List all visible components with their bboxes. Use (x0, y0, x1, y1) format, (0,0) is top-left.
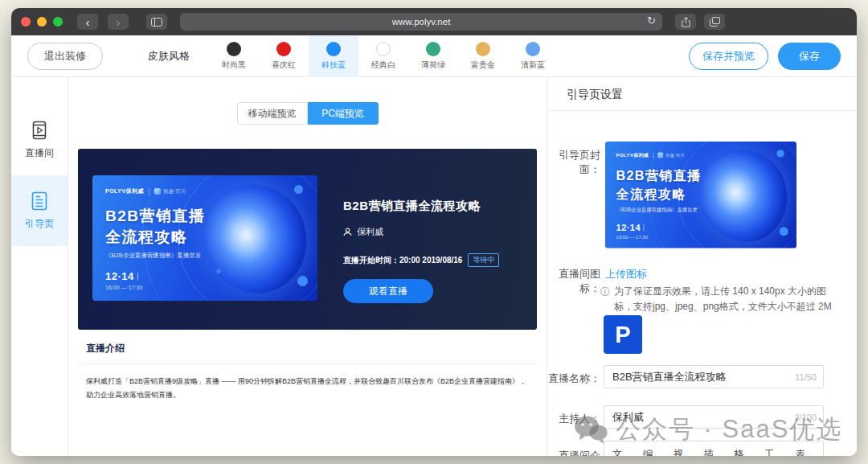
banner-title: B2B营销直播 全流程攻略 (616, 167, 702, 203)
banner-brand-row: POLYV保利威 致趣·百川 (105, 187, 186, 195)
close-window-button[interactable] (21, 17, 31, 27)
tab-mobile-preview[interactable]: 移动端预览 (237, 102, 308, 125)
preview-area: 移动端预览 PC端预览 POLYV保利威 致趣·百川 (68, 77, 547, 456)
person-icon (343, 228, 352, 236)
room-icon-label: 直播间图标： (547, 267, 600, 296)
banner-date-divider (643, 224, 644, 231)
save-and-preview-button[interactable]: 保存并预览 (689, 43, 768, 70)
status-badge: 等待中 (468, 253, 499, 267)
skin-option-gold[interactable]: 富贵金 (458, 35, 508, 77)
share-icon[interactable] (675, 14, 696, 30)
left-sidebar: 直播间 引导页 (11, 77, 68, 456)
info-icon: ⓘ (600, 285, 610, 314)
swatch-gold (476, 42, 490, 56)
banner-time: 16:00 —·17:30 (105, 285, 142, 290)
skin-option-green[interactable]: 薄荷绿 (408, 35, 458, 77)
skin-option-label: 清新蓝 (521, 60, 545, 71)
sidebar-item-landing-page[interactable]: 引导页 (11, 175, 68, 246)
sidebar-toggle-icon[interactable] (146, 14, 167, 30)
live-intro-heading: 直播介绍 (78, 330, 537, 364)
editor-menu-view[interactable]: 视图 (674, 448, 694, 456)
host-input[interactable]: 保利威 3/100 (604, 405, 824, 429)
page-background: ‹ › www.polyv.net ↻ (0, 0, 868, 464)
host-value: 保利威 (612, 410, 644, 425)
banner-disc-graphic (701, 153, 787, 239)
skin-swatches: 时尚黑 喜庆红 科技蓝 经典白 (209, 35, 558, 77)
skin-option-red[interactable]: 喜庆红 (259, 35, 309, 77)
skin-option-tech-blue[interactable]: 科技蓝 (309, 35, 358, 77)
live-name-counter: 11/50 (795, 372, 817, 382)
save-button[interactable]: 保存 (778, 43, 841, 70)
main-area: 直播间 引导页 移动端预览 PC端预览 (11, 77, 857, 456)
banner-dot (297, 276, 308, 286)
editor-menu-tools[interactable]: 工具 (764, 448, 784, 456)
cover-banner-thumb: POLYV保利威 致趣·百川 B2B营销直播 全流程攻略 (605, 142, 796, 248)
preview-tabs: 移动端预览 PC端预览 (237, 102, 379, 125)
settings-panel-title: 引导页设置 (567, 88, 623, 102)
swatch-black (227, 42, 241, 56)
editor-menu-table[interactable]: 表格 (795, 448, 815, 456)
skin-option-light-blue[interactable]: 清新蓝 (508, 35, 558, 77)
room-intro-label: 直播间介绍： (547, 449, 600, 456)
live-intro-body: 保利威打造「B2B营销直播9级攻略」直播 —— 用90分钟拆解B2B营销直播全流… (86, 375, 529, 402)
reload-icon[interactable]: ↻ (647, 14, 656, 27)
address-bar[interactable]: www.polyv.net ↻ (180, 13, 662, 31)
banner-subtitle: 《B2B企业直播营建指南》直播首发 (616, 207, 698, 214)
partner-logo-icon (658, 153, 664, 158)
skin-style-label: 皮肤风格 (148, 49, 190, 64)
tab-pc-preview[interactable]: PC端预览 (308, 102, 379, 125)
live-room-icon (29, 120, 50, 141)
live-start-time: 直播开始时间：20:00 2019/08/16 (343, 255, 462, 266)
swatch-light-blue (526, 42, 540, 56)
partner-logo-text: 致趣·百川 (163, 188, 186, 195)
live-name-label: 直播名称： (547, 372, 600, 386)
polyv-logo: POLYV保利威 (616, 152, 649, 159)
editor-menu-insert[interactable]: 插入 (704, 448, 724, 456)
titlebar-left: ‹ › (21, 14, 167, 30)
live-info-panel: B2B营销直播全流程攻略 保利威 直播开始时间：20:00 2019/08/16… (343, 199, 499, 303)
banner-title-line1: B2B营销直播 (616, 167, 702, 185)
skin-option-label: 薄荷绿 (421, 60, 445, 71)
swatch-red (276, 42, 291, 56)
forward-button[interactable]: › (108, 14, 129, 30)
partner-logo: 致趣·百川 (658, 152, 685, 158)
upload-icon-link[interactable]: 上传图标 (605, 267, 647, 281)
skin-option-label: 经典白 (371, 60, 395, 71)
back-button[interactable]: ‹ (77, 14, 98, 30)
titlebar-right (675, 14, 725, 30)
editor-menu-edit[interactable]: 编辑 (643, 448, 663, 456)
landing-page-icon (29, 191, 50, 211)
live-name-input[interactable]: B2B营销直播全流程攻略 11/50 (604, 365, 824, 388)
skin-option-black[interactable]: 时尚黑 (209, 35, 259, 77)
watch-live-button[interactable]: 观看直播 (343, 279, 433, 303)
banner-title-line1: B2B营销直播 (105, 206, 206, 227)
skin-option-white[interactable]: 经典白 (358, 35, 408, 77)
live-host-name: 保利威 (357, 226, 383, 238)
brand-divider (653, 152, 654, 158)
editor-menu-format[interactable]: 格式 (734, 448, 754, 456)
cover-label: 引导页封面： (547, 148, 600, 177)
banner-subtitle: 《B2B企业直播营建指南》直播首发 (105, 252, 201, 260)
banner-date-row: 12·14 (616, 222, 645, 232)
room-intro-editor[interactable]: 文件 编辑 视图 插入 格式 工具 表格 (604, 441, 824, 456)
banner-title-line2: 全流程攻略 (105, 227, 206, 248)
host-label: 主持人： (547, 412, 600, 426)
skin-option-label: 喜庆红 (272, 60, 296, 71)
exit-decorate-button[interactable]: 退出装修 (27, 43, 103, 70)
banner-date: 12·14 (616, 222, 641, 232)
brand-divider (149, 188, 149, 195)
minimize-window-button[interactable] (37, 17, 47, 27)
polyv-logo: POLYV保利威 (105, 187, 144, 195)
zoom-window-button[interactable] (53, 17, 63, 27)
settings-panel-divider (547, 110, 857, 111)
banner-disc-graphic (205, 188, 306, 289)
tabs-overview-icon[interactable] (704, 14, 725, 30)
banner-date-row: 12·14 (105, 270, 138, 282)
decorate-toolbar: 退出装修 皮肤风格 时尚黑 喜庆红 科技蓝 (11, 35, 857, 77)
sidebar-item-live-room[interactable]: 直播间 (11, 105, 68, 175)
banner-dot (294, 185, 303, 194)
editor-menu-file[interactable]: 文件 (612, 448, 633, 456)
cover-thumbnail[interactable]: POLYV保利威 致趣·百川 B2B营销直播 全流程攻略 (605, 142, 796, 248)
banner-date-divider (137, 273, 138, 281)
live-intro-section: 直播介绍 保利威打造「B2B营销直播9级攻略」直播 —— 用90分钟拆解B2B营… (78, 330, 537, 413)
